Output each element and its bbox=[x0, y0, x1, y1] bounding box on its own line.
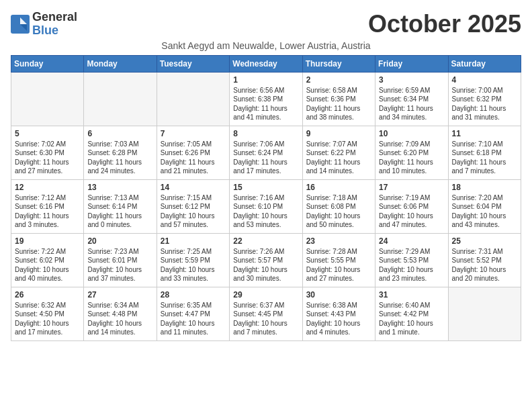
day-info: Sunrise: 7:13 AM Sunset: 6:14 PM Dayligh… bbox=[87, 193, 152, 230]
day-number: 24 bbox=[379, 236, 444, 246]
day-number: 10 bbox=[379, 129, 444, 138]
calendar-week-row: 1Sunrise: 6:56 AM Sunset: 6:38 PM Daylig… bbox=[11, 72, 521, 126]
svg-rect-3 bbox=[11, 15, 20, 34]
day-info: Sunrise: 7:25 AM Sunset: 5:59 PM Dayligh… bbox=[161, 247, 226, 283]
day-info: Sunrise: 7:31 AM Sunset: 5:52 PM Dayligh… bbox=[452, 247, 517, 283]
calendar-cell: 17Sunrise: 7:19 AM Sunset: 6:06 PM Dayli… bbox=[375, 179, 448, 233]
day-info: Sunrise: 7:06 AM Sunset: 6:24 PM Dayligh… bbox=[233, 140, 298, 176]
day-info: Sunrise: 7:16 AM Sunset: 6:10 PM Dayligh… bbox=[233, 193, 298, 230]
calendar-cell: 2Sunrise: 6:58 AM Sunset: 6:36 PM Daylig… bbox=[302, 72, 375, 126]
day-info: Sunrise: 7:23 AM Sunset: 6:01 PM Dayligh… bbox=[87, 247, 152, 283]
day-number: 18 bbox=[452, 183, 517, 192]
day-info: Sunrise: 7:20 AM Sunset: 6:04 PM Dayligh… bbox=[452, 193, 517, 230]
day-number: 17 bbox=[379, 183, 444, 192]
day-info: Sunrise: 7:10 AM Sunset: 6:18 PM Dayligh… bbox=[452, 140, 517, 176]
day-number: 1 bbox=[233, 75, 298, 85]
day-info: Sunrise: 6:58 AM Sunset: 6:36 PM Dayligh… bbox=[306, 86, 371, 122]
calendar-cell bbox=[448, 287, 521, 340]
calendar-cell: 15Sunrise: 7:16 AM Sunset: 6:10 PM Dayli… bbox=[230, 179, 302, 233]
day-info: Sunrise: 7:03 AM Sunset: 6:28 PM Dayligh… bbox=[87, 140, 152, 176]
day-number: 6 bbox=[87, 129, 152, 138]
calendar-cell: 29Sunrise: 6:37 AM Sunset: 4:45 PM Dayli… bbox=[230, 287, 302, 340]
weekday-header-friday: Friday bbox=[375, 55, 448, 72]
calendar-cell: 12Sunrise: 7:12 AM Sunset: 6:16 PM Dayli… bbox=[11, 179, 84, 233]
logo-icon bbox=[11, 15, 30, 34]
day-number: 23 bbox=[306, 236, 371, 246]
calendar-week-row: 19Sunrise: 7:22 AM Sunset: 6:02 PM Dayli… bbox=[11, 233, 521, 287]
day-number: 2 bbox=[306, 75, 371, 85]
page-header: General Blue October 2025 bbox=[11, 11, 521, 38]
calendar-cell: 25Sunrise: 7:31 AM Sunset: 5:52 PM Dayli… bbox=[448, 233, 521, 287]
day-info: Sunrise: 7:29 AM Sunset: 5:53 PM Dayligh… bbox=[379, 247, 444, 283]
day-info: Sunrise: 7:26 AM Sunset: 5:57 PM Dayligh… bbox=[233, 247, 298, 283]
day-number: 4 bbox=[452, 75, 517, 85]
day-info: Sunrise: 6:35 AM Sunset: 4:47 PM Dayligh… bbox=[161, 301, 226, 337]
calendar-cell: 28Sunrise: 6:35 AM Sunset: 4:47 PM Dayli… bbox=[157, 287, 229, 340]
day-info: Sunrise: 7:12 AM Sunset: 6:16 PM Dayligh… bbox=[15, 193, 80, 230]
calendar-cell: 26Sunrise: 6:32 AM Sunset: 4:50 PM Dayli… bbox=[11, 287, 84, 340]
day-number: 22 bbox=[233, 236, 298, 246]
day-number: 16 bbox=[306, 183, 371, 192]
weekday-header-thursday: Thursday bbox=[302, 55, 375, 72]
day-number: 3 bbox=[379, 75, 444, 85]
title-section: October 2025 bbox=[368, 11, 521, 38]
calendar-cell: 20Sunrise: 7:23 AM Sunset: 6:01 PM Dayli… bbox=[84, 233, 157, 287]
day-number: 19 bbox=[15, 236, 80, 246]
day-info: Sunrise: 7:00 AM Sunset: 6:32 PM Dayligh… bbox=[452, 86, 517, 122]
logo-text: General Blue bbox=[32, 11, 77, 38]
calendar-cell: 6Sunrise: 7:03 AM Sunset: 6:28 PM Daylig… bbox=[84, 126, 157, 179]
calendar-cell: 10Sunrise: 7:09 AM Sunset: 6:20 PM Dayli… bbox=[375, 126, 448, 179]
day-info: Sunrise: 7:15 AM Sunset: 6:12 PM Dayligh… bbox=[161, 193, 226, 230]
day-info: Sunrise: 6:59 AM Sunset: 6:34 PM Dayligh… bbox=[379, 86, 444, 122]
day-info: Sunrise: 6:56 AM Sunset: 6:38 PM Dayligh… bbox=[233, 86, 298, 122]
calendar-cell: 7Sunrise: 7:05 AM Sunset: 6:26 PM Daylig… bbox=[157, 126, 229, 179]
day-info: Sunrise: 6:37 AM Sunset: 4:45 PM Dayligh… bbox=[233, 301, 298, 337]
calendar-cell: 27Sunrise: 6:34 AM Sunset: 4:48 PM Dayli… bbox=[84, 287, 157, 340]
day-info: Sunrise: 7:19 AM Sunset: 6:06 PM Dayligh… bbox=[379, 193, 444, 230]
calendar-cell: 9Sunrise: 7:07 AM Sunset: 6:22 PM Daylig… bbox=[302, 126, 375, 179]
day-number: 27 bbox=[87, 290, 152, 300]
calendar-cell: 13Sunrise: 7:13 AM Sunset: 6:14 PM Dayli… bbox=[84, 179, 157, 233]
calendar-cell: 4Sunrise: 7:00 AM Sunset: 6:32 PM Daylig… bbox=[448, 72, 521, 126]
day-number: 12 bbox=[15, 183, 80, 192]
day-info: Sunrise: 7:02 AM Sunset: 6:30 PM Dayligh… bbox=[15, 140, 80, 176]
calendar-week-row: 5Sunrise: 7:02 AM Sunset: 6:30 PM Daylig… bbox=[11, 126, 521, 179]
calendar-week-row: 26Sunrise: 6:32 AM Sunset: 4:50 PM Dayli… bbox=[11, 287, 521, 340]
location-subtitle: Sankt Aegyd am Neuwalde, Lower Austria, … bbox=[11, 40, 521, 51]
day-info: Sunrise: 6:34 AM Sunset: 4:48 PM Dayligh… bbox=[87, 301, 152, 337]
day-info: Sunrise: 7:07 AM Sunset: 6:22 PM Dayligh… bbox=[306, 140, 371, 176]
logo-general: General bbox=[32, 11, 77, 24]
calendar-cell: 31Sunrise: 6:40 AM Sunset: 4:42 PM Dayli… bbox=[375, 287, 448, 340]
day-number: 31 bbox=[379, 290, 444, 300]
logo-blue: Blue bbox=[32, 24, 77, 38]
day-info: Sunrise: 7:22 AM Sunset: 6:02 PM Dayligh… bbox=[15, 247, 80, 283]
day-number: 8 bbox=[233, 129, 298, 138]
day-number: 21 bbox=[161, 236, 226, 246]
logo: General Blue bbox=[11, 11, 77, 38]
day-number: 26 bbox=[15, 290, 80, 300]
day-number: 5 bbox=[15, 129, 80, 138]
calendar-cell: 1Sunrise: 6:56 AM Sunset: 6:38 PM Daylig… bbox=[230, 72, 302, 126]
calendar-week-row: 12Sunrise: 7:12 AM Sunset: 6:16 PM Dayli… bbox=[11, 179, 521, 233]
day-number: 9 bbox=[306, 129, 371, 138]
calendar-cell: 21Sunrise: 7:25 AM Sunset: 5:59 PM Dayli… bbox=[157, 233, 229, 287]
day-number: 15 bbox=[233, 183, 298, 192]
calendar-cell: 19Sunrise: 7:22 AM Sunset: 6:02 PM Dayli… bbox=[11, 233, 84, 287]
weekday-header-row: SundayMondayTuesdayWednesdayThursdayFrid… bbox=[11, 55, 521, 72]
calendar-cell: 23Sunrise: 7:28 AM Sunset: 5:55 PM Dayli… bbox=[302, 233, 375, 287]
calendar-cell bbox=[157, 72, 229, 126]
day-number: 7 bbox=[161, 129, 226, 138]
calendar-cell: 22Sunrise: 7:26 AM Sunset: 5:57 PM Dayli… bbox=[230, 233, 302, 287]
day-info: Sunrise: 6:32 AM Sunset: 4:50 PM Dayligh… bbox=[15, 301, 80, 337]
weekday-header-sunday: Sunday bbox=[11, 55, 84, 72]
day-info: Sunrise: 7:18 AM Sunset: 6:08 PM Dayligh… bbox=[306, 193, 371, 230]
calendar-cell: 18Sunrise: 7:20 AM Sunset: 6:04 PM Dayli… bbox=[448, 179, 521, 233]
day-info: Sunrise: 7:28 AM Sunset: 5:55 PM Dayligh… bbox=[306, 247, 371, 283]
day-info: Sunrise: 6:38 AM Sunset: 4:43 PM Dayligh… bbox=[306, 301, 371, 337]
calendar-cell: 8Sunrise: 7:06 AM Sunset: 6:24 PM Daylig… bbox=[230, 126, 302, 179]
day-info: Sunrise: 7:09 AM Sunset: 6:20 PM Dayligh… bbox=[379, 140, 444, 176]
calendar-cell: 11Sunrise: 7:10 AM Sunset: 6:18 PM Dayli… bbox=[448, 126, 521, 179]
calendar-cell: 14Sunrise: 7:15 AM Sunset: 6:12 PM Dayli… bbox=[157, 179, 229, 233]
weekday-header-saturday: Saturday bbox=[448, 55, 521, 72]
calendar-cell bbox=[84, 72, 157, 126]
